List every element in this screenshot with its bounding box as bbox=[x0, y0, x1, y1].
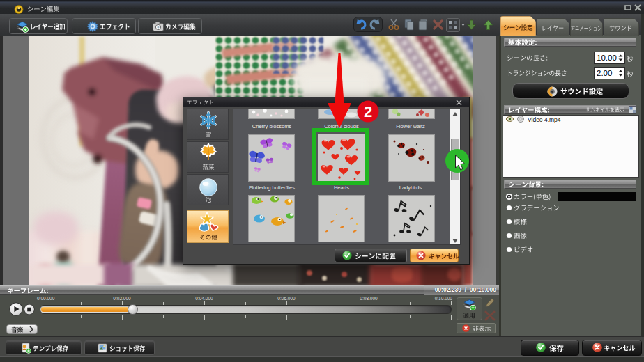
svg-text:2: 2 bbox=[364, 103, 372, 120]
